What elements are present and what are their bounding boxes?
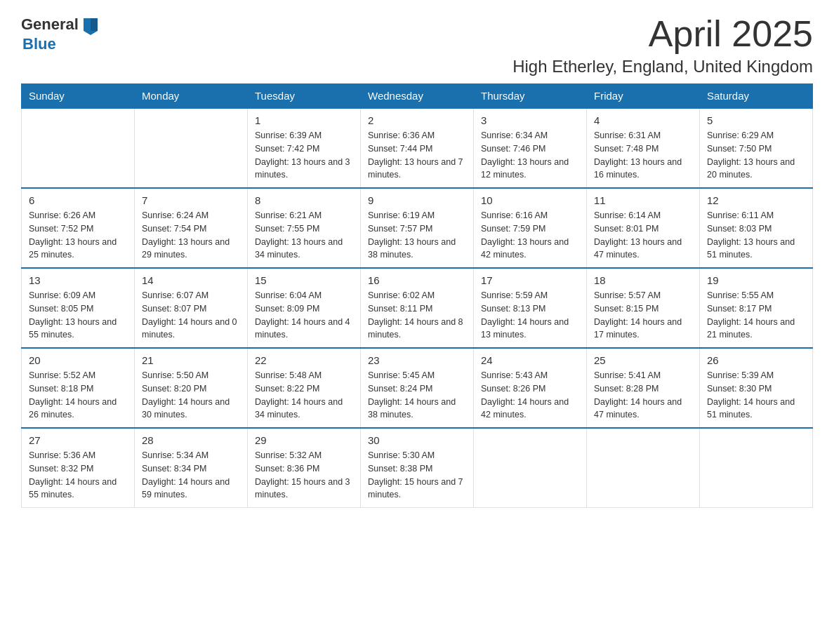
table-row: 25Sunrise: 5:41 AMSunset: 8:28 PMDayligh…: [587, 348, 700, 428]
day-number: 28: [142, 434, 240, 446]
day-info: Sunrise: 6:36 AMSunset: 7:44 PMDaylight:…: [368, 129, 466, 182]
table-row: 10Sunrise: 6:16 AMSunset: 7:59 PMDayligh…: [474, 188, 587, 268]
day-info: Sunrise: 5:30 AMSunset: 8:38 PMDaylight:…: [368, 449, 466, 502]
table-row: 2Sunrise: 6:36 AMSunset: 7:44 PMDaylight…: [361, 108, 474, 188]
calendar-week-row: 1Sunrise: 6:39 AMSunset: 7:42 PMDaylight…: [22, 108, 813, 188]
day-info: Sunrise: 5:50 AMSunset: 8:20 PMDaylight:…: [142, 369, 240, 422]
day-number: 25: [594, 354, 692, 366]
table-row: [474, 428, 587, 508]
table-row: 27Sunrise: 5:36 AMSunset: 8:32 PMDayligh…: [22, 428, 135, 508]
header-thursday: Thursday: [474, 84, 587, 109]
day-number: 26: [707, 354, 805, 366]
header-friday: Friday: [587, 84, 700, 109]
calendar-table: Sunday Monday Tuesday Wednesday Thursday…: [21, 83, 813, 508]
table-row: 29Sunrise: 5:32 AMSunset: 8:36 PMDayligh…: [248, 428, 361, 508]
day-info: Sunrise: 6:19 AMSunset: 7:57 PMDaylight:…: [368, 209, 466, 262]
day-info: Sunrise: 5:41 AMSunset: 8:28 PMDaylight:…: [594, 369, 692, 422]
header-wednesday: Wednesday: [361, 84, 474, 109]
day-info: Sunrise: 5:36 AMSunset: 8:32 PMDaylight:…: [29, 449, 127, 502]
day-info: Sunrise: 5:32 AMSunset: 8:36 PMDaylight:…: [255, 449, 353, 502]
day-number: 22: [255, 354, 353, 366]
day-info: Sunrise: 5:39 AMSunset: 8:30 PMDaylight:…: [707, 369, 805, 422]
day-number: 12: [707, 194, 805, 206]
table-row: 9Sunrise: 6:19 AMSunset: 7:57 PMDaylight…: [361, 188, 474, 268]
day-number: 13: [29, 274, 127, 286]
calendar-week-row: 27Sunrise: 5:36 AMSunset: 8:32 PMDayligh…: [22, 428, 813, 508]
day-number: 7: [142, 194, 240, 206]
table-row: 24Sunrise: 5:43 AMSunset: 8:26 PMDayligh…: [474, 348, 587, 428]
header-saturday: Saturday: [700, 84, 813, 109]
table-row: 7Sunrise: 6:24 AMSunset: 7:54 PMDaylight…: [135, 188, 248, 268]
day-number: 1: [255, 114, 353, 126]
table-row: [587, 428, 700, 508]
day-info: Sunrise: 6:21 AMSunset: 7:55 PMDaylight:…: [255, 209, 353, 262]
table-row: 1Sunrise: 6:39 AMSunset: 7:42 PMDaylight…: [248, 108, 361, 188]
table-row: 23Sunrise: 5:45 AMSunset: 8:24 PMDayligh…: [361, 348, 474, 428]
table-row: 22Sunrise: 5:48 AMSunset: 8:22 PMDayligh…: [248, 348, 361, 428]
page-title: April 2025: [512, 14, 813, 54]
day-info: Sunrise: 6:07 AMSunset: 8:07 PMDaylight:…: [142, 289, 240, 342]
table-row: 5Sunrise: 6:29 AMSunset: 7:50 PMDaylight…: [700, 108, 813, 188]
day-info: Sunrise: 5:59 AMSunset: 8:13 PMDaylight:…: [481, 289, 579, 342]
day-info: Sunrise: 5:45 AMSunset: 8:24 PMDaylight:…: [368, 369, 466, 422]
day-number: 4: [594, 114, 692, 126]
day-number: 14: [142, 274, 240, 286]
day-info: Sunrise: 6:04 AMSunset: 8:09 PMDaylight:…: [255, 289, 353, 342]
day-info: Sunrise: 6:29 AMSunset: 7:50 PMDaylight:…: [707, 129, 805, 182]
calendar-week-row: 20Sunrise: 5:52 AMSunset: 8:18 PMDayligh…: [22, 348, 813, 428]
table-row: 8Sunrise: 6:21 AMSunset: 7:55 PMDaylight…: [248, 188, 361, 268]
day-info: Sunrise: 5:57 AMSunset: 8:15 PMDaylight:…: [594, 289, 692, 342]
day-info: Sunrise: 5:48 AMSunset: 8:22 PMDaylight:…: [255, 369, 353, 422]
table-row: 6Sunrise: 6:26 AMSunset: 7:52 PMDaylight…: [22, 188, 135, 268]
day-number: 6: [29, 194, 127, 206]
day-number: 23: [368, 354, 466, 366]
day-number: 20: [29, 354, 127, 366]
day-info: Sunrise: 6:09 AMSunset: 8:05 PMDaylight:…: [29, 289, 127, 342]
table-row: 3Sunrise: 6:34 AMSunset: 7:46 PMDaylight…: [474, 108, 587, 188]
table-row: 4Sunrise: 6:31 AMSunset: 7:48 PMDaylight…: [587, 108, 700, 188]
day-number: 2: [368, 114, 466, 126]
logo: General Blue: [21, 14, 101, 53]
day-number: 8: [255, 194, 353, 206]
day-number: 29: [255, 434, 353, 446]
table-row: 19Sunrise: 5:55 AMSunset: 8:17 PMDayligh…: [700, 268, 813, 348]
calendar-week-row: 6Sunrise: 6:26 AMSunset: 7:52 PMDaylight…: [22, 188, 813, 268]
header-tuesday: Tuesday: [248, 84, 361, 109]
day-info: Sunrise: 6:24 AMSunset: 7:54 PMDaylight:…: [142, 209, 240, 262]
day-info: Sunrise: 5:52 AMSunset: 8:18 PMDaylight:…: [29, 369, 127, 422]
table-row: 13Sunrise: 6:09 AMSunset: 8:05 PMDayligh…: [22, 268, 135, 348]
day-number: 10: [481, 194, 579, 206]
table-row: [700, 428, 813, 508]
table-row: 17Sunrise: 5:59 AMSunset: 8:13 PMDayligh…: [474, 268, 587, 348]
table-row: 20Sunrise: 5:52 AMSunset: 8:18 PMDayligh…: [22, 348, 135, 428]
day-info: Sunrise: 6:11 AMSunset: 8:03 PMDaylight:…: [707, 209, 805, 262]
day-info: Sunrise: 6:34 AMSunset: 7:46 PMDaylight:…: [481, 129, 579, 182]
table-row: 11Sunrise: 6:14 AMSunset: 8:01 PMDayligh…: [587, 188, 700, 268]
day-info: Sunrise: 6:26 AMSunset: 7:52 PMDaylight:…: [29, 209, 127, 262]
day-number: 27: [29, 434, 127, 446]
table-row: 16Sunrise: 6:02 AMSunset: 8:11 PMDayligh…: [361, 268, 474, 348]
table-row: 30Sunrise: 5:30 AMSunset: 8:38 PMDayligh…: [361, 428, 474, 508]
calendar-header-row: Sunday Monday Tuesday Wednesday Thursday…: [22, 84, 813, 109]
day-number: 15: [255, 274, 353, 286]
svg-marker-1: [91, 18, 98, 31]
table-row: 12Sunrise: 6:11 AMSunset: 8:03 PMDayligh…: [700, 188, 813, 268]
day-number: 21: [142, 354, 240, 366]
day-number: 17: [481, 274, 579, 286]
page-subtitle: High Etherley, England, United Kingdom: [512, 57, 813, 76]
day-number: 24: [481, 354, 579, 366]
logo-triangle-icon: [80, 15, 101, 35]
day-info: Sunrise: 5:34 AMSunset: 8:34 PMDaylight:…: [142, 449, 240, 502]
day-info: Sunrise: 6:02 AMSunset: 8:11 PMDaylight:…: [368, 289, 466, 342]
day-number: 16: [368, 274, 466, 286]
day-info: Sunrise: 5:55 AMSunset: 8:17 PMDaylight:…: [707, 289, 805, 342]
table-row: 21Sunrise: 5:50 AMSunset: 8:20 PMDayligh…: [135, 348, 248, 428]
day-number: 30: [368, 434, 466, 446]
page-header: General Blue April 2025 High Etherley, E…: [21, 14, 813, 76]
day-number: 18: [594, 274, 692, 286]
day-number: 11: [594, 194, 692, 206]
table-row: [22, 108, 135, 188]
day-info: Sunrise: 6:16 AMSunset: 7:59 PMDaylight:…: [481, 209, 579, 262]
calendar-week-row: 13Sunrise: 6:09 AMSunset: 8:05 PMDayligh…: [22, 268, 813, 348]
logo-text-blue: Blue: [22, 35, 56, 53]
